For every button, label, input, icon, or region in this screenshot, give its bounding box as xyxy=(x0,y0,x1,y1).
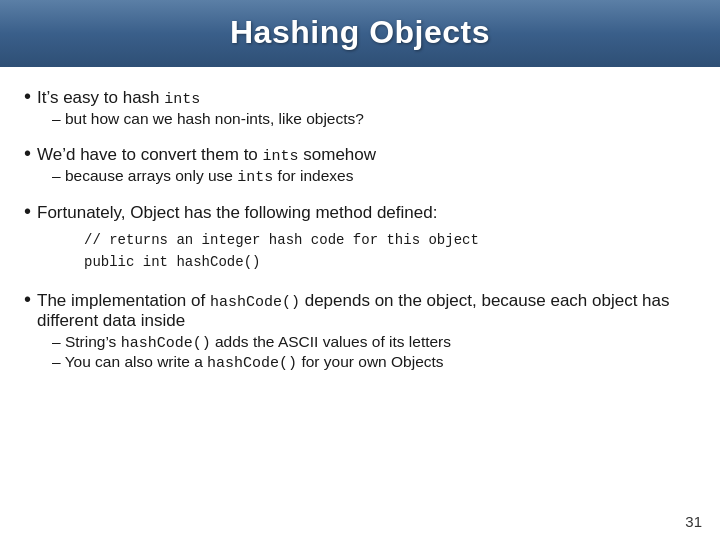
bullet-3-dot: • xyxy=(24,200,31,223)
bullet-2-sub-code: ints xyxy=(237,169,273,186)
bullet-4-text: The implementation of hashCode() depends… xyxy=(37,291,692,331)
slide-content: • It’s easy to hash ints – but how can w… xyxy=(0,67,720,540)
bullet-4: • The implementation of hashCode() depen… xyxy=(24,288,692,372)
bullet-2-text: We’d have to convert them to ints someho… xyxy=(37,145,376,165)
bullet-3-text: Fortunately, Object has the following me… xyxy=(37,203,437,223)
bullet-2-main: • We’d have to convert them to ints some… xyxy=(24,142,692,165)
bullet-4-sub-1: – String’s hashCode() adds the ASCII val… xyxy=(24,333,692,352)
bullet-2: • We’d have to convert them to ints some… xyxy=(24,142,692,186)
bullet-3-code-block: // returns an integer hash code for this… xyxy=(24,229,692,274)
bullet-1-text: It’s easy to hash ints xyxy=(37,88,200,108)
bullet-1-sub: – but how can we hash non-ints, like obj… xyxy=(24,110,692,128)
bullet-3-main: • Fortunately, Object has the following … xyxy=(24,200,692,223)
bullet-1-main: • It’s easy to hash ints xyxy=(24,85,692,108)
slide-header: Hashing Objects xyxy=(0,0,720,67)
page-number: 31 xyxy=(685,513,702,530)
bullet-1-dot: • xyxy=(24,85,31,108)
bullet-4-dot: • xyxy=(24,288,31,311)
bullet-4-sub-1-code: hashCode() xyxy=(121,335,211,352)
bullet-1-code: ints xyxy=(164,91,200,108)
bullet-1: • It’s easy to hash ints – but how can w… xyxy=(24,85,692,128)
code-line-2: public int hashCode() xyxy=(84,251,692,273)
bullet-4-code: hashCode() xyxy=(210,294,300,311)
bullet-2-code: ints xyxy=(263,148,299,165)
bullet-4-sub-2-code: hashCode() xyxy=(207,355,297,372)
slide-title: Hashing Objects xyxy=(20,14,700,51)
bullet-4-main: • The implementation of hashCode() depen… xyxy=(24,288,692,331)
code-line-1: // returns an integer hash code for this… xyxy=(84,229,692,251)
slide: Hashing Objects • It’s easy to hash ints… xyxy=(0,0,720,540)
bullet-2-sub: – because arrays only use ints for index… xyxy=(24,167,692,186)
bullet-4-sub-2: – You can also write a hashCode() for yo… xyxy=(24,353,692,372)
bullet-3: • Fortunately, Object has the following … xyxy=(24,200,692,274)
bullet-2-dot: • xyxy=(24,142,31,165)
